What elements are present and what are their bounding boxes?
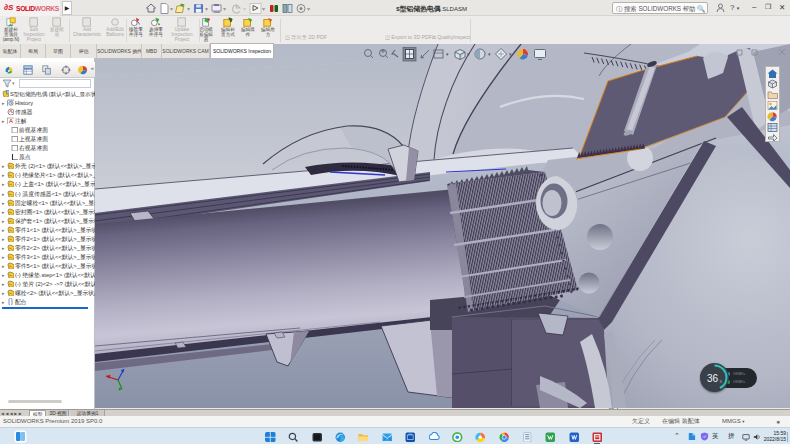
svg-text:x: x [720,378,723,384]
svg-text:▾: ▾ [467,51,470,57]
svg-text:▾: ▾ [262,6,265,12]
svg-text:▾: ▾ [509,51,512,57]
svg-text:36: 36 [707,373,719,384]
svg-text:▾: ▾ [446,51,449,57]
svg-text:▾: ▾ [187,6,190,12]
svg-text:▾: ▾ [170,6,173,12]
svg-text:▾: ▾ [243,6,246,12]
svg-text:▾: ▾ [307,6,310,12]
svg-text:▾: ▾ [223,6,226,12]
svg-text:▾: ▾ [488,51,491,57]
svg-text:▾: ▾ [205,6,208,12]
